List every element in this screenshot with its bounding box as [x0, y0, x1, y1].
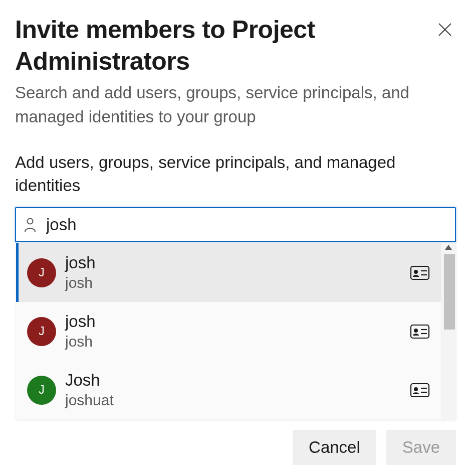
svg-rect-7 [411, 325, 429, 338]
contact-card-icon[interactable] [410, 324, 430, 339]
scroll-up-icon[interactable] [444, 244, 453, 250]
dialog-footer: Cancel Save [293, 430, 456, 465]
results-dropdown: JjoshjoshJjoshjoshJJoshjoshuat [16, 243, 456, 419]
result-item[interactable]: Jjoshjosh [16, 302, 441, 361]
svg-point-12 [414, 387, 418, 391]
result-secondary: josh [65, 273, 410, 292]
search-field-label: Add users, groups, service principals, a… [15, 151, 441, 197]
contact-card-icon[interactable] [410, 265, 430, 280]
result-primary: josh [65, 312, 410, 331]
result-text: joshjosh [65, 253, 410, 292]
avatar: J [27, 317, 56, 346]
result-primary: josh [65, 253, 410, 272]
close-icon [437, 22, 452, 39]
result-text: Joshjoshuat [65, 371, 410, 409]
search-box[interactable] [15, 207, 456, 242]
contact-card-icon[interactable] [410, 383, 430, 398]
svg-point-4 [414, 270, 418, 274]
result-primary: Josh [65, 371, 410, 390]
result-item[interactable]: Jjoshjosh [16, 243, 441, 302]
person-icon [23, 216, 37, 233]
dialog-title: Invite members to Project Administrators [15, 14, 396, 77]
close-button[interactable] [436, 21, 454, 39]
invite-members-dialog: Invite members to Project Administrators… [0, 0, 471, 476]
cancel-button[interactable]: Cancel [293, 430, 376, 465]
dialog-subtitle: Search and add users, groups, service pr… [15, 81, 441, 129]
svg-marker-15 [445, 245, 452, 250]
svg-rect-3 [411, 266, 429, 279]
search-input[interactable] [37, 215, 448, 235]
results-list: JjoshjoshJjoshjoshJJoshjoshuat [16, 243, 441, 419]
result-item[interactable]: JJoshjoshuat [16, 361, 441, 419]
result-secondary: joshuat [65, 391, 410, 410]
scrollbar-track[interactable] [441, 243, 456, 419]
dialog-header: Invite members to Project Administrators [15, 14, 456, 77]
result-secondary: josh [65, 332, 410, 351]
avatar: J [27, 376, 56, 405]
avatar: J [27, 258, 56, 287]
scrollbar-thumb[interactable] [444, 254, 455, 330]
search-area: JjoshjoshJjoshjoshJJoshjoshuat [15, 207, 456, 242]
svg-point-2 [28, 219, 33, 224]
svg-rect-11 [411, 384, 429, 397]
save-button[interactable]: Save [386, 430, 456, 465]
result-text: joshjosh [65, 312, 410, 351]
svg-point-8 [414, 329, 418, 333]
